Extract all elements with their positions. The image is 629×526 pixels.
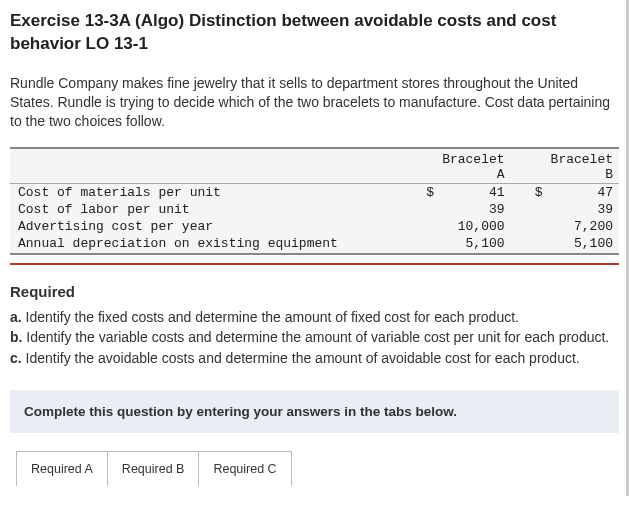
cell-value: 7,200 xyxy=(547,218,619,235)
exercise-title: Exercise 13-3A (Algo) Distinction betwee… xyxy=(10,10,619,56)
cell-value: 39 xyxy=(547,201,619,218)
list-item: b. Identify the variable costs and deter… xyxy=(10,328,619,347)
cell-value: 5,100 xyxy=(547,235,619,252)
problem-intro: Rundle Company makes fine jewelry that i… xyxy=(10,74,619,131)
table-row: Annual depreciation on existing equipmen… xyxy=(10,235,619,252)
cell-value: 41 xyxy=(438,183,510,201)
table-row: Cost of labor per unit 39 39 xyxy=(10,201,619,218)
divider xyxy=(10,263,619,265)
table-row: Advertising cost per year 10,000 7,200 xyxy=(10,218,619,235)
required-heading: Required xyxy=(10,283,619,300)
currency-symbol: $ xyxy=(402,183,438,201)
tab-required-b[interactable]: Required B xyxy=(107,451,200,486)
col-header-b: Bracelet B xyxy=(547,151,619,184)
tab-required-c[interactable]: Required C xyxy=(198,451,291,486)
answer-tabs: Required A Required B Required C xyxy=(16,451,619,486)
list-item: c. Identify the avoidable costs and dete… xyxy=(10,349,619,368)
row-label: Cost of materials per unit xyxy=(10,183,402,201)
row-label: Annual depreciation on existing equipmen… xyxy=(10,235,402,252)
tab-required-a[interactable]: Required A xyxy=(16,451,108,486)
required-list: a. Identify the fixed costs and determin… xyxy=(10,308,619,369)
cell-value: 47 xyxy=(547,183,619,201)
col-header-a: Bracelet A xyxy=(438,151,510,184)
table-row: Cost of materials per unit $ 41 $ 47 xyxy=(10,183,619,201)
cell-value: 10,000 xyxy=(438,218,510,235)
cost-table: Bracelet A Bracelet B Cost of materials … xyxy=(10,147,619,255)
cell-value: 5,100 xyxy=(438,235,510,252)
currency-symbol: $ xyxy=(511,183,547,201)
row-label: Cost of labor per unit xyxy=(10,201,402,218)
instruction-bar: Complete this question by entering your … xyxy=(10,390,619,433)
row-label: Advertising cost per year xyxy=(10,218,402,235)
list-item: a. Identify the fixed costs and determin… xyxy=(10,308,619,327)
cell-value: 39 xyxy=(438,201,510,218)
